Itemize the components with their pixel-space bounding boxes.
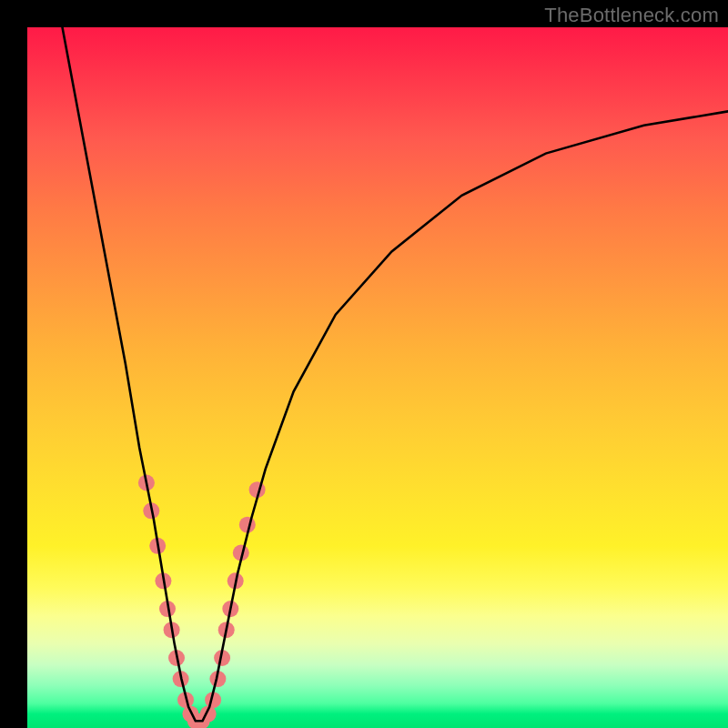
curve-layer: [27, 27, 728, 728]
bottleneck-curve: [63, 27, 729, 721]
chart-frame: TheBottleneck.com: [0, 0, 728, 728]
watermark-text: TheBottleneck.com: [544, 4, 719, 27]
plot-area: [27, 27, 728, 728]
marker-group: [138, 475, 266, 729]
